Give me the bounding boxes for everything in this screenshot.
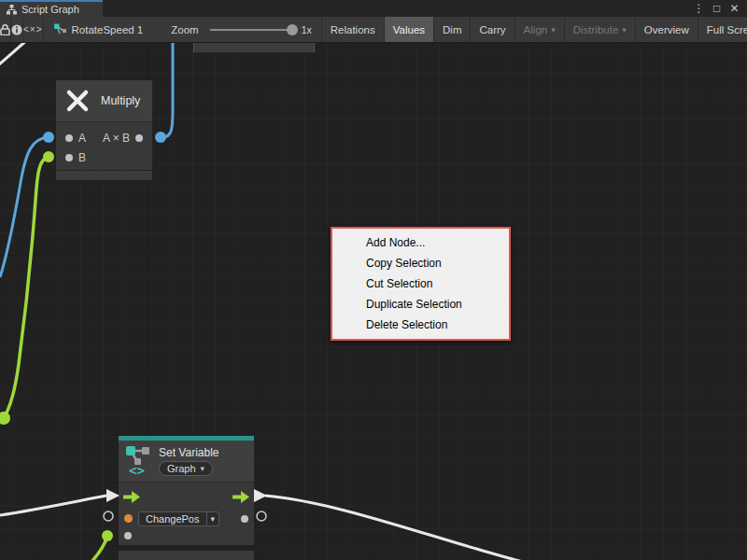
graph-reference-breadcrumb[interactable]: RotateSpeed 1 — [72, 24, 144, 35]
graph-toolbar: <×> RotateSpeed 1 Zoom 1x Relations Valu… — [0, 17, 747, 43]
node-set-variable[interactable]: <> Set Variable Graph ▾ — [119, 436, 254, 545]
relations-button[interactable]: Relations — [322, 17, 385, 42]
tab-bar: Script Graph ⋮ □ ✕ — [0, 0, 747, 17]
graph-tab-icon — [7, 5, 17, 15]
dim-button[interactable]: Dim — [434, 17, 471, 42]
multiply-body: A A × B B — [56, 121, 152, 170]
multiply-row-a: A A × B — [56, 128, 152, 147]
zoom-slider[interactable] — [210, 29, 296, 31]
variable-kind-dropdown[interactable]: Graph ▾ — [159, 461, 213, 476]
values-button[interactable]: Values — [385, 17, 434, 42]
code-view-icon: <×> — [23, 24, 43, 35]
multiply-icon — [64, 88, 91, 114]
lock-button[interactable] — [0, 17, 11, 42]
distribute-button[interactable]: Distribute ▾ — [565, 17, 636, 42]
set-variable-body: ChangePos ▾ — [119, 482, 254, 545]
window-controls: ⋮ □ ✕ — [692, 0, 747, 17]
menu-item-duplicate-selection[interactable]: Duplicate Selection — [332, 294, 509, 315]
port-b-input[interactable] — [65, 154, 73, 161]
overview-button[interactable]: Overview — [636, 17, 698, 42]
info-button[interactable] — [11, 17, 23, 42]
svg-text:<>: <> — [129, 463, 145, 477]
set-variable-header[interactable]: <> Set Variable Graph ▾ — [119, 441, 254, 482]
variable-port-row: ChangePos ▾ — [119, 510, 254, 527]
caret-down-icon: ▾ — [201, 464, 205, 473]
context-menu: Add Node... Copy Selection Cut Selection… — [331, 227, 511, 341]
zoom-value: 1x — [302, 24, 312, 35]
flow-input-arrow-icon[interactable] — [123, 491, 140, 503]
multiply-row-b: B — [56, 147, 152, 167]
menu-item-add-node[interactable]: Add Node... — [332, 232, 509, 253]
multiply-header[interactable]: Multiply — [56, 80, 152, 121]
menu-item-cut-selection[interactable]: Cut Selection — [332, 273, 509, 294]
set-variable-title: Set Variable — [159, 446, 218, 459]
port-a-label: A — [78, 132, 86, 145]
flow-output-arrow-icon[interactable] — [233, 491, 249, 503]
node-multiply[interactable]: Multiply A A × B B — [56, 80, 152, 180]
code-view-button[interactable]: <×> — [23, 17, 44, 42]
maximize-icon[interactable]: □ — [710, 1, 724, 16]
script-graph-window: Multiply A A × B B — [0, 0, 747, 560]
graph-reference-icon — [53, 23, 66, 35]
multiply-footer — [56, 171, 152, 180]
port-variable-output[interactable] — [241, 515, 248, 523]
value-port-row — [119, 531, 254, 539]
zoom-label: Zoom — [171, 24, 198, 35]
tab-label: Script Graph — [21, 4, 79, 15]
lock-icon — [0, 24, 10, 35]
multiply-title: Multiply — [101, 94, 140, 107]
close-icon[interactable]: ✕ — [727, 1, 741, 16]
set-variable-icon: <> — [124, 445, 152, 477]
port-result-output[interactable] — [135, 134, 143, 142]
flow-port-row — [119, 491, 254, 503]
port-variable-name[interactable] — [124, 514, 133, 523]
zoom-slider-handle[interactable] — [287, 24, 298, 35]
carry-button[interactable]: Carry — [471, 17, 514, 42]
variable-name-value: ChangePos — [138, 511, 207, 526]
port-value-input[interactable] — [124, 532, 132, 539]
variable-kind-label: Graph — [167, 463, 196, 474]
port-result-label: A × B — [103, 132, 130, 145]
port-a-input[interactable] — [65, 134, 73, 142]
tab-script-graph[interactable]: Script Graph — [0, 0, 103, 17]
set-variable-footer — [119, 551, 254, 560]
window-menu-icon[interactable]: ⋮ — [692, 1, 706, 16]
caret-down-icon: ▾ — [622, 25, 627, 35]
caret-down-icon[interactable]: ▾ — [207, 511, 220, 526]
port-b-label: B — [78, 151, 86, 164]
graph-reference-segment: RotateSpeed 1 Zoom 1x — [44, 17, 322, 42]
align-button[interactable]: Align ▾ — [515, 17, 565, 42]
full-screen-button[interactable]: Full Screen — [698, 17, 747, 42]
info-icon — [11, 24, 22, 35]
caret-down-icon: ▾ — [551, 25, 556, 35]
menu-item-delete-selection[interactable]: Delete Selection — [332, 315, 509, 335]
variable-name-dropdown[interactable]: ChangePos ▾ — [138, 511, 219, 526]
menu-item-copy-selection[interactable]: Copy Selection — [332, 253, 509, 273]
